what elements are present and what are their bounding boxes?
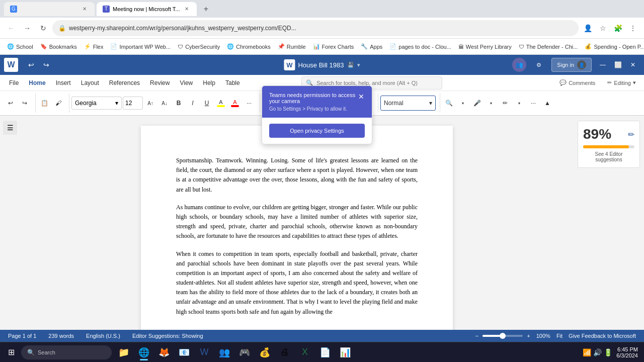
style-selector[interactable]: Normal ▾ xyxy=(380,96,436,111)
font-increase-button[interactable]: A↑ xyxy=(144,97,157,110)
ribbon-tab-view[interactable]: View xyxy=(175,77,198,88)
ribbon-tab-review[interactable]: Review xyxy=(145,77,175,88)
fit-button[interactable]: Fit xyxy=(554,330,565,342)
italic-button[interactable]: I xyxy=(186,97,199,110)
taskbar-clock[interactable]: 6:45 PM 6/3/2024 xyxy=(616,346,638,358)
more-ribbon-button[interactable]: ··· xyxy=(527,97,540,110)
editor-button[interactable]: ✏ xyxy=(499,97,512,110)
redo-ribbon-button[interactable]: ↪ xyxy=(18,97,31,110)
comments-button[interactable]: 💬 Comments xyxy=(555,78,599,87)
taskbar-ppt[interactable]: 📊 xyxy=(336,343,354,361)
bookmark-cybersecurity[interactable]: 🛡 CyberSecurity xyxy=(175,41,223,53)
bookmark-rumble[interactable]: 📌 Rumble xyxy=(275,41,309,53)
status-editor-suggestions[interactable]: Editor Suggestions: Showing xyxy=(130,330,205,342)
ribbon-collapse-button[interactable]: ▲ xyxy=(541,97,554,110)
status-language[interactable]: English (U.S.) xyxy=(84,330,122,342)
battery-icon[interactable]: 🔋 xyxy=(604,348,612,356)
clipboard-button[interactable]: 📋 xyxy=(38,97,51,110)
ribbon-tab-help[interactable]: Help xyxy=(198,77,220,88)
notification-close-button[interactable]: ✕ xyxy=(358,92,365,101)
ribbon-tab-references[interactable]: References xyxy=(104,77,145,88)
teams-button[interactable]: 👥 xyxy=(512,58,526,72)
bookmark-wp-web[interactable]: 📄 Important WP Web... xyxy=(107,41,174,53)
status-page[interactable]: Page 1 of 1 xyxy=(6,330,38,342)
editor-dropdown[interactable]: ▾ xyxy=(513,97,526,110)
zoom-slider[interactable] xyxy=(482,335,523,337)
minimize-button[interactable]: — xyxy=(596,58,610,72)
taskbar-app-2[interactable]: 💰 xyxy=(256,343,274,361)
bold-button[interactable]: B xyxy=(172,97,185,110)
network-icon[interactable]: 📶 xyxy=(583,348,591,356)
dictate-button[interactable]: 🎤 xyxy=(470,97,484,110)
bookmark-pages[interactable]: 📄 pages to doc - Clou... xyxy=(386,41,454,53)
refresh-button[interactable]: ↻ xyxy=(36,21,50,35)
font-size-selector[interactable]: 12 xyxy=(123,97,143,110)
bookmark-wpl[interactable]: 🏛 West Perry Library xyxy=(455,41,515,53)
back-button[interactable]: ← xyxy=(4,21,18,35)
tab-2-close[interactable]: ✕ xyxy=(183,5,191,13)
zoom-level[interactable]: 100% xyxy=(534,330,552,342)
new-tab-button[interactable]: + xyxy=(199,2,213,16)
redo-button[interactable]: ↪ xyxy=(39,58,53,72)
taskbar-mail[interactable]: 📧 xyxy=(175,343,193,361)
font-decrease-button[interactable]: A↓ xyxy=(158,97,171,110)
paint-format-button[interactable]: 🖌 xyxy=(52,97,65,110)
volume-icon[interactable]: 🔊 xyxy=(593,348,602,356)
editing-button[interactable]: ✏ Editing ▾ xyxy=(603,78,640,87)
undo-ribbon-button[interactable]: ↩ xyxy=(4,97,17,110)
underline-button[interactable]: U xyxy=(200,97,213,110)
find-dropdown[interactable]: ▾ xyxy=(456,97,469,110)
bookmark-apps[interactable]: 🔧 Apps xyxy=(358,41,385,53)
highlight-button[interactable]: A xyxy=(214,97,227,110)
bookmark-school[interactable]: 🌐 School xyxy=(4,41,36,53)
ribbon-tab-insert[interactable]: Insert xyxy=(51,77,76,88)
zoom-in-button[interactable]: + xyxy=(525,330,532,342)
settings-button[interactable]: ⚙ xyxy=(530,60,547,70)
forward-button[interactable]: → xyxy=(20,21,34,35)
profile-button[interactable]: 👤 xyxy=(581,21,595,35)
taskbar-search[interactable]: 🔍 Search xyxy=(21,345,112,359)
navigation-pane-toggle[interactable]: ☰ xyxy=(3,121,17,135)
bookmark-defender[interactable]: 🛡 The Defender - Chi... xyxy=(516,41,581,53)
notification-action-button[interactable]: Open privacy Settings xyxy=(269,124,365,138)
taskbar-pdf[interactable]: 📄 xyxy=(316,343,334,361)
maximize-button[interactable]: ⬜ xyxy=(611,58,625,72)
tab-2[interactable]: T Meeting now | Microsoft T... ✕ xyxy=(97,2,197,16)
font-color-button[interactable]: A xyxy=(228,97,242,110)
sign-in-button[interactable]: Sign in 👤 xyxy=(551,58,592,72)
taskbar-browser[interactable]: 🌐 xyxy=(135,343,153,361)
ribbon-tab-layout[interactable]: Layout xyxy=(76,77,104,88)
extensions-button[interactable]: 🧩 xyxy=(611,21,625,35)
font-selector[interactable]: Georgia ▾ xyxy=(71,97,122,110)
bookmark-chromebooks[interactable]: 🌐 Chromebooks xyxy=(224,41,273,53)
bookmark-flex[interactable]: ⚡ Flex xyxy=(81,41,107,53)
more-button[interactable]: ⋮ xyxy=(626,21,640,35)
editor-suggestions-link[interactable]: See 4 Editor suggestions xyxy=(583,151,634,162)
taskbar-firefox[interactable]: 🦊 xyxy=(155,343,173,361)
taskbar-file-explorer[interactable]: 📁 xyxy=(115,343,133,361)
bookmark-bookmarks[interactable]: 🔖 Bookmarks xyxy=(37,41,80,53)
star-button[interactable]: ☆ xyxy=(596,21,610,35)
bookmark-spending[interactable]: 💰 Spending - Open P... xyxy=(582,41,644,53)
zoom-out-button[interactable]: − xyxy=(473,330,480,342)
address-bar[interactable]: 🔒 westperry-my.sharepoint.com/wr/g/perso… xyxy=(52,20,579,36)
doc-version-dropdown[interactable]: ▾ xyxy=(357,62,360,68)
taskbar-word[interactable]: W xyxy=(195,343,213,361)
ribbon-tab-home[interactable]: Home xyxy=(24,77,50,88)
taskbar-excel[interactable]: X xyxy=(296,343,314,361)
status-words[interactable]: 239 words xyxy=(46,330,76,342)
undo-button[interactable]: ↩ xyxy=(24,58,38,72)
close-button[interactable]: ✕ xyxy=(626,58,640,72)
more-font-button[interactable]: ··· xyxy=(243,97,256,110)
tab-1-close[interactable]: ✕ xyxy=(80,5,89,13)
find-button[interactable]: 🔍 xyxy=(442,97,455,110)
ribbon-search-input[interactable] xyxy=(316,80,438,86)
ribbon-tab-table[interactable]: Table xyxy=(220,77,245,88)
dictate-dropdown[interactable]: ▾ xyxy=(485,97,498,110)
tab-1[interactable]: G ✕ xyxy=(4,2,95,16)
feedback-button[interactable]: Give Feedback to Microsoft xyxy=(567,330,638,342)
taskbar-app-3[interactable]: 🖨 xyxy=(276,343,294,361)
taskbar-app-1[interactable]: 🎮 xyxy=(235,343,254,361)
ribbon-tab-file[interactable]: File xyxy=(4,77,24,88)
taskbar-teams[interactable]: 👥 xyxy=(215,343,233,361)
